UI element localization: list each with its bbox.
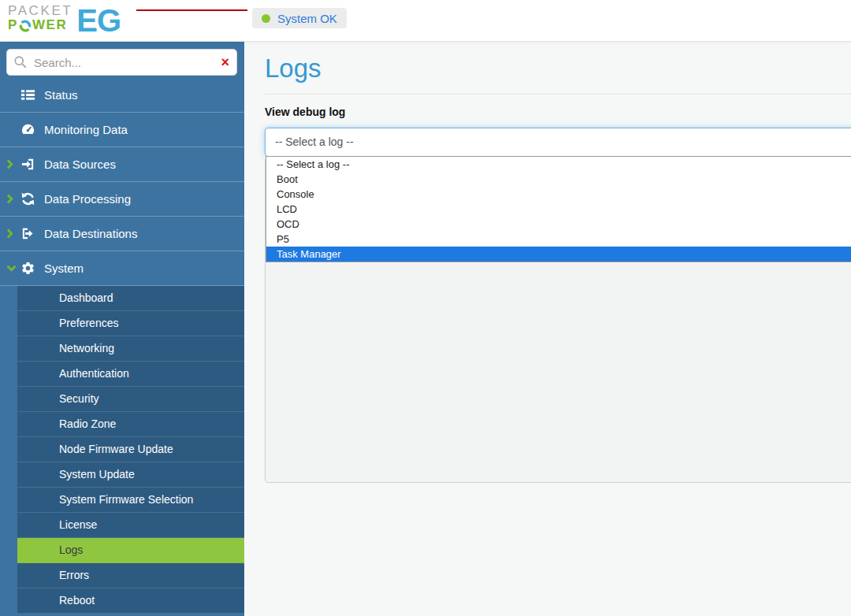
sidebar-item-system[interactable]: System (0, 251, 244, 286)
submenu-item-license[interactable]: License (17, 513, 244, 538)
status-badge-label: System OK (277, 12, 337, 25)
top-red-line (136, 9, 247, 11)
submenu-item-radio-zone[interactable]: Radio Zone (17, 412, 244, 437)
search-input[interactable] (6, 49, 237, 76)
page-title: Logs (265, 53, 321, 84)
main-content: Logs View debug log -- Select a log -- -… (244, 42, 851, 616)
dropdown-option-select-a-log[interactable]: -- Select a log -- (266, 157, 851, 172)
logo-line1: PACKET (8, 4, 72, 18)
system-submenu: DashboardPreferencesNetworkingAuthentica… (17, 286, 244, 614)
header: PACKET P WER EG System OK (0, 0, 851, 42)
submenu-item-system-update[interactable]: System Update (17, 462, 244, 488)
logo-line2-suffix: WER (32, 18, 67, 32)
sidebar-nav: StatusMonitoring DataData SourcesData Pr… (0, 78, 244, 614)
sidebar: × StatusMonitoring DataData SourcesData … (0, 42, 244, 616)
dropdown-option-console[interactable]: Console (266, 187, 851, 202)
logo-product: EG (76, 4, 121, 37)
dropdown-option-boot[interactable]: Boot (266, 172, 851, 187)
submenu-item-errors[interactable]: Errors (17, 563, 244, 588)
submenu-item-networking[interactable]: Networking (17, 336, 244, 362)
chevron-right-icon (6, 159, 19, 169)
sidebar-item-label: Data Destinations (44, 227, 137, 240)
system-status-badge: System OK (252, 8, 347, 28)
sidebar-item-label: Monitoring Data (44, 123, 128, 136)
log-select[interactable]: -- Select a log -- (265, 128, 851, 157)
chevron-down-icon (6, 265, 19, 272)
sidebar-item-label: Data Processing (44, 192, 131, 206)
submenu-item-logs[interactable]: Logs (17, 538, 244, 563)
dropdown-option-lcd[interactable]: LCD (266, 202, 851, 217)
sidebar-item-monitoring-data[interactable]: Monitoring Data (0, 113, 244, 147)
log-dropdown-list: -- Select a log --BootConsoleLCDOCDP5Tas… (266, 156, 851, 262)
gauge-icon (20, 122, 39, 137)
search-icon (13, 55, 28, 69)
list-icon (20, 87, 39, 102)
refresh-icon (20, 191, 39, 206)
clear-search-icon[interactable]: × (221, 53, 229, 72)
power-symbol-icon (19, 20, 32, 32)
logo-line2-prefix: P (8, 18, 18, 32)
search-box: × (6, 49, 237, 76)
submenu-item-reboot[interactable]: Reboot (17, 588, 244, 614)
sign-in-icon (20, 157, 39, 172)
sidebar-item-label: Data Sources (44, 158, 116, 171)
submenu-item-preferences[interactable]: Preferences (17, 311, 244, 336)
submenu-item-authentication[interactable]: Authentication (17, 362, 244, 387)
sidebar-item-data-destinations[interactable]: Data Destinations (0, 217, 244, 251)
page: PACKET P WER EG System OK (0, 0, 851, 616)
sidebar-item-data-processing[interactable]: Data Processing (0, 182, 244, 217)
dropdown-option-task-manager[interactable]: Task Manager (266, 247, 851, 262)
submenu-item-security[interactable]: Security (17, 387, 244, 412)
sidebar-item-label: System (44, 262, 84, 275)
chevron-right-icon (6, 228, 19, 239)
packet-power-logo: PACKET P WER EG (8, 4, 121, 37)
sign-out-icon (20, 226, 39, 241)
sidebar-item-status[interactable]: Status (0, 78, 244, 113)
view-debug-log-label: View debug log (265, 106, 345, 118)
submenu-item-node-firmware-update[interactable]: Node Firmware Update (17, 437, 244, 462)
submenu-item-dashboard[interactable]: Dashboard (17, 286, 244, 311)
dropdown-option-ocd[interactable]: OCD (266, 217, 851, 232)
gear-icon (20, 261, 39, 276)
status-dot-icon (262, 14, 270, 23)
dropdown-option-p5[interactable]: P5 (266, 232, 851, 247)
submenu-item-system-firmware-selection[interactable]: System Firmware Selection (17, 488, 244, 513)
sidebar-item-label: Status (44, 88, 78, 102)
chevron-right-icon (6, 194, 19, 204)
log-select-value: -- Select a log -- (275, 135, 354, 148)
title-divider (265, 94, 851, 95)
sidebar-item-data-sources[interactable]: Data Sources (0, 147, 244, 182)
